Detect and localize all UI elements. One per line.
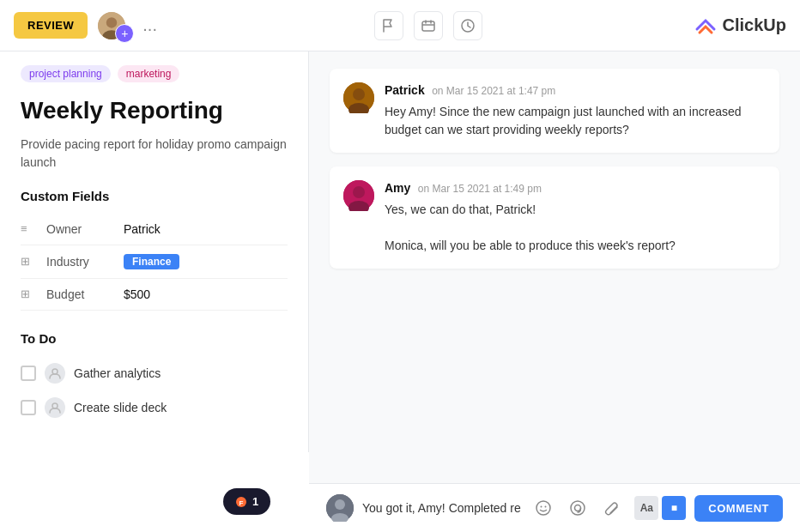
svg-point-13	[353, 88, 365, 100]
svg-point-21	[536, 501, 550, 515]
flag-icon	[383, 19, 395, 33]
field-label-budget: Budget	[46, 287, 124, 301]
notification-fig-icon: F	[235, 496, 247, 508]
reply-user-avatar	[326, 494, 354, 522]
attach-icon	[604, 500, 620, 516]
reply-area: Aa ■ COMMENT	[309, 483, 800, 532]
comment-header-0: Patrick on Mar 15 2021 at 1:47 pm Hey Am…	[343, 82, 766, 139]
comment-header-1: Amy on Mar 15 2021 at 1:49 pm Yes, we ca…	[343, 180, 766, 255]
page-description: Provide pacing report for holiday promo …	[21, 136, 288, 172]
field-label-owner: Owner	[46, 222, 124, 236]
header: REVIEW + ...	[0, 0, 800, 51]
user-icon	[49, 367, 61, 379]
clock-icon	[461, 19, 475, 33]
field-owner: ≡ Owner Patrick	[21, 214, 288, 245]
page-title: Weekly Reporting	[21, 96, 288, 125]
todo-user-icon-1	[45, 397, 65, 418]
left-panel: project planning marketing Weekly Report…	[0, 51, 309, 452]
logo-text: ClickUp	[723, 15, 786, 35]
field-value-owner[interactable]: Patrick	[124, 222, 161, 236]
todo-title: To Do	[21, 331, 288, 346]
right-panel: Patrick on Mar 15 2021 at 1:47 pm Hey Am…	[309, 51, 800, 532]
emoji-icon	[536, 500, 551, 516]
review-button[interactable]: REVIEW	[14, 12, 88, 39]
comment-card-1: Amy on Mar 15 2021 at 1:49 pm Yes, we ca…	[330, 166, 779, 269]
more-options-button[interactable]: ...	[136, 12, 164, 39]
comment-submit-button[interactable]: COMMENT	[694, 495, 783, 522]
svg-point-16	[353, 186, 365, 198]
left-panel-wrapper: project planning marketing Weekly Report…	[0, 51, 309, 532]
main: project planning marketing Weekly Report…	[0, 51, 800, 532]
add-member-icon[interactable]: +	[115, 24, 134, 43]
custom-fields-title: Custom Fields	[21, 189, 288, 203]
notification-badge[interactable]: F 1	[223, 488, 270, 515]
header-left: REVIEW + ...	[14, 10, 164, 41]
calendar-icon	[421, 20, 435, 32]
avatar-group: +	[96, 10, 127, 41]
field-icon-budget: ⊞	[21, 287, 38, 300]
svg-point-9	[52, 403, 58, 408]
field-icon-owner: ≡	[21, 222, 38, 235]
svg-point-1	[106, 17, 117, 27]
header-center	[374, 11, 482, 40]
comment-author-0: Patrick	[385, 83, 425, 97]
field-icon-industry: ⊞	[21, 255, 38, 268]
comment-time-1: on Mar 15 2021 at 1:49 pm	[418, 183, 542, 195]
tag-marketing[interactable]: marketing	[118, 65, 180, 82]
svg-rect-3	[422, 21, 434, 31]
todo-text-1: Create slide deck	[74, 401, 167, 414]
custom-fields-section: Custom Fields ≡ Owner Patrick ⊞ Industry…	[21, 189, 288, 311]
svg-point-8	[52, 369, 58, 374]
comment-time-0: on Mar 15 2021 at 1:47 pm	[432, 85, 555, 97]
comment-body-0: Hey Amy! Since the new campaign just lau…	[385, 103, 766, 139]
todo-checkbox-0[interactable]	[21, 366, 36, 381]
clock-button[interactable]	[453, 11, 482, 40]
comment-meta-0: Patrick on Mar 15 2021 at 1:47 pm Hey Am…	[385, 82, 766, 139]
reply-input[interactable]	[362, 498, 521, 518]
emoji-button[interactable]	[530, 494, 557, 522]
field-value-industry[interactable]: Finance	[124, 254, 179, 269]
svg-point-19	[335, 499, 345, 510]
todo-item-0: Gather analytics	[21, 356, 288, 390]
reply-avatar-icon	[326, 494, 354, 522]
field-industry: ⊞ Industry Finance	[21, 245, 288, 279]
svg-point-23	[545, 506, 547, 508]
todo-item-1: Create slide deck	[21, 390, 288, 425]
comment-body-1-text: Yes, we can do that, Patrick! Monica, wi…	[385, 201, 766, 255]
comment-meta-1: Amy on Mar 15 2021 at 1:49 pm Yes, we ca…	[385, 180, 766, 255]
at-icon	[570, 500, 585, 516]
reply-input-wrapper	[362, 498, 521, 518]
notification-count: 1	[252, 495, 258, 508]
reply-icons	[530, 494, 626, 522]
calendar-button[interactable]	[414, 11, 443, 40]
clickup-logo-icon	[694, 14, 718, 38]
attach-button[interactable]	[598, 494, 626, 522]
field-value-budget[interactable]: $500	[124, 287, 150, 301]
todo-checkbox-1[interactable]	[21, 400, 36, 415]
format-button-blue[interactable]: ■	[662, 496, 686, 520]
comment-author-1: Amy	[385, 181, 410, 195]
svg-text:F: F	[239, 499, 244, 507]
comment-avatar-patrick	[343, 82, 374, 113]
tags: project planning marketing	[21, 65, 288, 82]
todo-user-icon-0	[45, 363, 65, 384]
comment-avatar-amy	[343, 180, 374, 211]
format-button-aa[interactable]: Aa	[634, 496, 658, 520]
comment-card-0: Patrick on Mar 15 2021 at 1:47 pm Hey Am…	[330, 69, 779, 153]
logo: ClickUp	[694, 14, 786, 38]
todo-section: To Do Gather analytics	[21, 331, 288, 425]
field-label-industry: Industry	[46, 255, 124, 269]
at-button[interactable]	[564, 494, 591, 522]
comment-body-1: Yes, we can do that, Patrick! Monica, wi…	[385, 201, 766, 255]
field-budget: ⊞ Budget $500	[21, 279, 288, 311]
tag-project-planning[interactable]: project planning	[21, 65, 111, 82]
flag-button[interactable]	[374, 11, 403, 40]
format-buttons: Aa ■	[634, 496, 686, 520]
svg-point-22	[541, 506, 542, 508]
todo-text-0: Gather analytics	[74, 366, 161, 380]
user-icon	[49, 402, 61, 414]
comments-area: Patrick on Mar 15 2021 at 1:47 pm Hey Am…	[309, 51, 800, 483]
